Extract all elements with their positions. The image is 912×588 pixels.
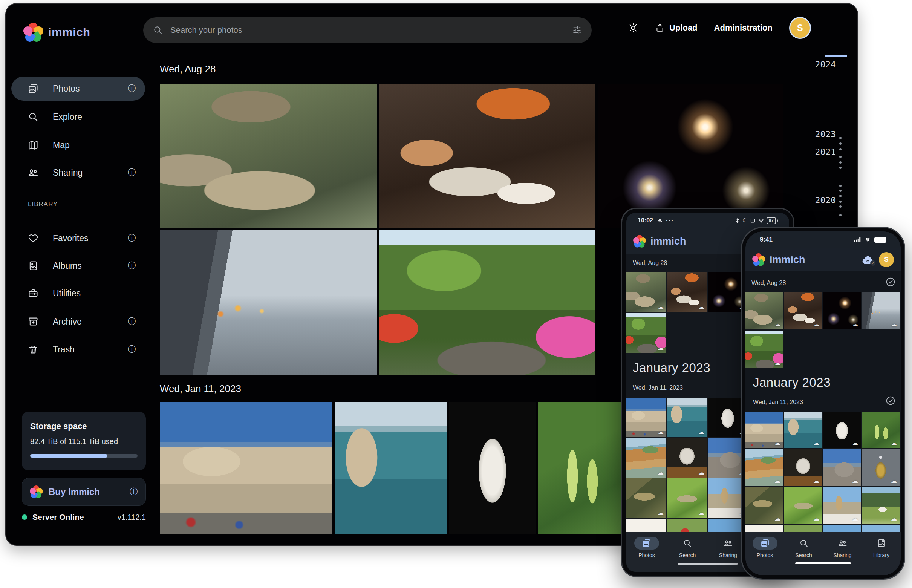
tab-library[interactable]: Library <box>862 532 901 575</box>
sidebar-item-photos[interactable]: Photos ⓘ <box>11 76 145 101</box>
photo-lizard-moss[interactable]: ☁ <box>667 478 707 518</box>
info-icon[interactable]: ⓘ <box>128 167 136 178</box>
wifi-icon <box>864 237 871 243</box>
sidebar-item-favorites[interactable]: Favorites ⓘ <box>11 226 145 250</box>
search-input[interactable]: Search your photos <box>143 17 592 43</box>
info-icon[interactable]: ⓘ <box>128 83 136 94</box>
sidebar-item-albums[interactable]: Albums ⓘ <box>11 254 145 278</box>
phone-bottom-nav: Photos Search Sharing Library <box>746 532 901 575</box>
photo-fortress[interactable]: ☁ <box>746 412 783 448</box>
photo-stone-sculpture[interactable]: ☁ <box>667 438 707 478</box>
photo-lizard-leaves[interactable]: ☁ <box>626 478 666 518</box>
photo-green-berries[interactable]: ☁ <box>862 412 899 448</box>
photo-dinner-table[interactable]: ☁ <box>784 292 822 330</box>
timeline-year-2020[interactable]: 2020 <box>815 195 836 205</box>
cloud-backup-icon: ☁ <box>775 321 780 328</box>
sidebar-item-map[interactable]: Map <box>11 133 145 157</box>
photo-ornate-trophy[interactable]: ☁ <box>862 449 899 486</box>
utilities-toolbox-icon <box>28 288 39 299</box>
immich-flower-icon <box>633 235 646 248</box>
info-icon[interactable]: ⓘ <box>128 344 136 355</box>
phone-photo-grid: ☁☁☁☁☁☁☁☁☁☁☁☁☁☁☁☁ <box>746 412 901 532</box>
timeline-position-indicator[interactable] <box>825 55 847 57</box>
cloud-backup-icon: ☁ <box>891 439 897 447</box>
phone-clock: 9:41 <box>760 236 773 244</box>
archive-icon <box>28 316 39 327</box>
upload-button[interactable]: Upload <box>655 23 697 33</box>
photo-fortress[interactable]: ☁ <box>626 397 666 437</box>
photo-green-berries[interactable] <box>538 402 625 534</box>
photo-sky-1[interactable]: ☁ <box>823 525 861 532</box>
theme-sun-icon[interactable] <box>628 23 638 33</box>
photo-lizard-leaves[interactable]: ☁ <box>746 487 783 523</box>
info-icon[interactable]: ⓘ <box>128 233 136 244</box>
sidebar-item-sharing[interactable]: Sharing ⓘ <box>11 161 145 185</box>
photo-sky-2[interactable]: ☁ <box>862 525 899 532</box>
photo-food-white[interactable]: ☁ <box>746 525 783 532</box>
tab-sharing[interactable]: Sharing <box>823 532 862 575</box>
photo-holding-hands[interactable]: ☁ <box>862 292 899 330</box>
photo-autumn-path[interactable] <box>379 230 596 375</box>
photo-coastal-tower[interactable]: ☁ <box>784 412 822 448</box>
photo-zoo-monkeys[interactable]: ☁ <box>626 272 666 312</box>
storage-progress-bar <box>30 454 137 457</box>
photo-coastal-tower[interactable] <box>335 402 447 534</box>
photo-zoo-monkeys[interactable]: ☁ <box>746 292 783 330</box>
photo-alpine-farm[interactable]: ☁ <box>862 487 899 523</box>
sidebar-item-archive[interactable]: Archive ⓘ <box>11 309 145 334</box>
buy-immich-button[interactable]: Buy Immich ⓘ <box>22 478 146 506</box>
photo-beach-cliff[interactable]: ☁ <box>626 438 666 478</box>
select-all-check-icon[interactable] <box>886 396 896 405</box>
photo-marble-bust[interactable]: ☁ <box>823 412 861 448</box>
tab-search[interactable]: Search <box>784 532 823 575</box>
phone-photo-grid: ☁☁☁☁☁ <box>746 292 901 368</box>
library-section-label: LIBRARY <box>28 200 58 208</box>
photo-beach-cliff[interactable]: ☁ <box>746 449 783 486</box>
sidebar-item-trash[interactable]: Trash ⓘ <box>11 338 145 362</box>
photo-fireworks[interactable]: ☁ <box>823 292 861 330</box>
cloud-backup-icon: ☁ <box>852 515 858 522</box>
administration-link[interactable]: Administration <box>714 23 773 33</box>
backup-cloud-icon[interactable]: ✓ <box>862 255 874 265</box>
tab-photos[interactable]: Photos <box>626 532 667 572</box>
photo-fortress[interactable] <box>160 402 333 534</box>
photo-red-flowers[interactable]: ☁ <box>784 525 822 532</box>
photo-autumn-path[interactable]: ☁ <box>746 331 783 368</box>
photo-food-white[interactable]: ☁ <box>626 519 666 532</box>
sidebar-item-explore[interactable]: Explore <box>11 105 145 129</box>
photo-ruin-wall[interactable]: ☁ <box>823 449 861 486</box>
timeline-year-2024[interactable]: 2024 <box>815 60 836 69</box>
timeline-year-2023[interactable]: 2023 <box>815 129 836 139</box>
filter-tune-icon[interactable] <box>572 25 582 35</box>
photo-dinner-table[interactable] <box>379 84 596 228</box>
home-indicator[interactable] <box>795 562 851 564</box>
timeline-year-2021[interactable]: 2021 <box>815 147 836 157</box>
photo-marble-bust[interactable] <box>449 402 536 534</box>
photo-zoo-monkeys[interactable] <box>160 84 377 228</box>
cloud-backup-icon: ☁ <box>698 428 704 436</box>
info-icon[interactable]: ⓘ <box>128 316 136 327</box>
photo-holding-hands[interactable] <box>160 230 377 375</box>
photo-dinner-table[interactable]: ☁ <box>667 272 707 312</box>
tab-photos[interactable]: Photos <box>746 532 784 575</box>
photo-fireworks[interactable] <box>598 84 783 228</box>
photo-winter-church[interactable]: ☁ <box>823 487 861 523</box>
info-icon[interactable]: ⓘ <box>128 260 136 271</box>
home-indicator[interactable] <box>678 563 738 565</box>
marketing-screenshot: immich Search your photos Upload Adminis… <box>0 0 912 588</box>
user-avatar[interactable]: S <box>879 252 894 267</box>
photo-stone-sculpture[interactable]: ☁ <box>784 449 822 486</box>
select-all-check-icon[interactable] <box>886 277 896 287</box>
cloud-backup-icon: ☁ <box>698 509 704 516</box>
photo-red-flowers[interactable]: ☁ <box>667 519 707 532</box>
immich-logo[interactable]: immich <box>23 23 90 42</box>
photo-lizard-moss[interactable]: ☁ <box>784 487 822 523</box>
photo-coastal-tower[interactable]: ☁ <box>667 397 707 437</box>
tab-search[interactable]: Search <box>667 532 708 572</box>
sidebar-item-utilities[interactable]: Utilities <box>11 281 145 305</box>
info-icon[interactable]: ⓘ <box>130 486 138 498</box>
user-avatar[interactable]: S <box>789 17 811 39</box>
battery-icon <box>874 237 886 243</box>
photo-autumn-path[interactable]: ☁ <box>626 313 666 353</box>
timeline-dot <box>839 156 841 158</box>
